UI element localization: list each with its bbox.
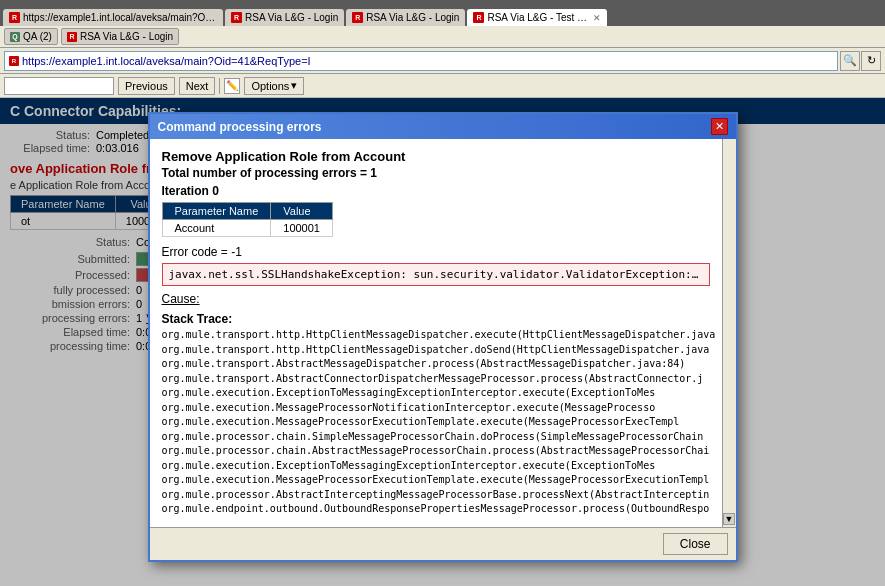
options-button[interactable]: Options ▾ bbox=[244, 77, 304, 95]
options-separator bbox=[219, 78, 220, 94]
modal-iteration: Iteration 0 bbox=[162, 184, 710, 198]
tab4-close-icon[interactable]: ✕ bbox=[593, 13, 601, 23]
stack-line-5: org.mule.execution.MessageProcessorNotif… bbox=[162, 401, 710, 416]
stack-line-10: org.mule.execution.MessageProcessorExecu… bbox=[162, 473, 710, 488]
address-bar[interactable]: R https://example1.int.local/aveksa/main… bbox=[4, 51, 838, 71]
tab-3[interactable]: R RSA Via L&G - Login bbox=[346, 9, 465, 26]
scroll-down-arrow-icon[interactable]: ▼ bbox=[723, 513, 735, 525]
stab1-icon: Q bbox=[10, 32, 20, 42]
address-bar-row: R https://example1.int.local/aveksa/main… bbox=[0, 48, 885, 74]
address-refresh-icon[interactable]: ↻ bbox=[861, 51, 881, 71]
address-text: https://example1.int.local/aveksa/main?O… bbox=[22, 55, 311, 67]
modal-scrollbar[interactable]: ▼ bbox=[722, 139, 736, 527]
previous-button[interactable]: Previous bbox=[118, 77, 175, 95]
modal-param-value-0: 100001 bbox=[271, 220, 333, 237]
tab2-icon: R bbox=[231, 12, 242, 23]
stack-line-8: org.mule.processor.chain.AbstractMessage… bbox=[162, 444, 710, 459]
modal-dialog: Command processing errors ✕ Remove Appli… bbox=[148, 112, 738, 562]
tab-2[interactable]: R RSA Via L&G - Login bbox=[225, 9, 344, 26]
tab4-icon: R bbox=[473, 12, 484, 23]
next-button[interactable]: Next bbox=[179, 77, 216, 95]
close-button[interactable]: Close bbox=[663, 533, 728, 555]
modal-header: Command processing errors ✕ bbox=[150, 114, 736, 139]
stack-line-9: org.mule.execution.ExceptionToMessagingE… bbox=[162, 459, 710, 474]
stack-line-3: org.mule.transport.AbstractConnectorDisp… bbox=[162, 372, 710, 387]
stack-line-0: org.mule.transport.http.HttpClientMessag… bbox=[162, 328, 710, 343]
stack-trace-area: org.mule.transport.http.HttpClientMessag… bbox=[162, 328, 710, 517]
stab-2[interactable]: R RSA Via L&G - Login bbox=[61, 28, 179, 45]
error-highlight-box: javax.net.ssl.SSLHandshakeException: sun… bbox=[162, 263, 710, 286]
stack-trace-label: Stack Trace: bbox=[162, 312, 710, 326]
nav-input[interactable] bbox=[4, 77, 114, 95]
modal-content-scroll[interactable]: Remove Application Role from Account Tot… bbox=[150, 139, 722, 527]
main-content: C Connector Capabilities: Status: Comple… bbox=[0, 98, 885, 586]
second-tab-bar: Q QA (2) R RSA Via L&G - Login bbox=[0, 26, 885, 48]
tab-4[interactable]: R RSA Via L&G - Test Connec... ✕ bbox=[467, 9, 607, 26]
modal-param-row-0: Account 100001 bbox=[162, 220, 332, 237]
stack-line-11: org.mule.processor.AbstractInterceptingM… bbox=[162, 488, 710, 503]
browser-chrome: R https://example1.int.local/aveksa/main… bbox=[0, 0, 885, 98]
modal-action-title: Remove Application Role from Account bbox=[162, 149, 710, 164]
modal-param-name-0: Account bbox=[162, 220, 271, 237]
modal-overlay: Command processing errors ✕ Remove Appli… bbox=[0, 98, 885, 586]
address-lock-icon: R bbox=[9, 56, 19, 66]
stack-line-12: org.mule.endpoint.outbound.OutboundRespo… bbox=[162, 502, 710, 517]
cause-label: Cause: bbox=[162, 292, 710, 306]
modal-param-col-value: Value bbox=[271, 203, 333, 220]
tab1-icon: R bbox=[9, 12, 20, 23]
tab-bar: R https://example1.int.local/aveksa/main… bbox=[0, 0, 885, 26]
stack-line-7: org.mule.processor.chain.SimpleMessagePr… bbox=[162, 430, 710, 445]
modal-close-button[interactable]: ✕ bbox=[711, 118, 728, 135]
modal-param-col-name: Parameter Name bbox=[162, 203, 271, 220]
edit-icon: ✏️ bbox=[224, 78, 240, 94]
nav-toolbar: Previous Next ✏️ Options ▾ bbox=[0, 74, 885, 98]
tab-1[interactable]: R https://example1.int.local/aveksa/main… bbox=[3, 9, 223, 26]
error-code: Error code = -1 bbox=[162, 245, 710, 259]
modal-footer: Close bbox=[150, 527, 736, 560]
address-search-icon[interactable]: 🔍 bbox=[840, 51, 860, 71]
stack-line-4: org.mule.execution.ExceptionToMessagingE… bbox=[162, 386, 710, 401]
modal-param-table: Parameter Name Value Account 100001 bbox=[162, 202, 333, 237]
tab3-icon: R bbox=[352, 12, 363, 23]
modal-body: Remove Application Role from Account Tot… bbox=[150, 139, 736, 527]
stab-1[interactable]: Q QA (2) bbox=[4, 28, 58, 45]
modal-title: Command processing errors bbox=[158, 120, 322, 134]
stack-line-1: org.mule.transport.http.HttpClientMessag… bbox=[162, 343, 710, 358]
stack-line-6: org.mule.execution.MessageProcessorExecu… bbox=[162, 415, 710, 430]
stack-line-2: org.mule.transport.AbstractMessageDispat… bbox=[162, 357, 710, 372]
stab2-icon: R bbox=[67, 32, 77, 42]
modal-total-errors: Total number of processing errors = 1 bbox=[162, 166, 710, 180]
